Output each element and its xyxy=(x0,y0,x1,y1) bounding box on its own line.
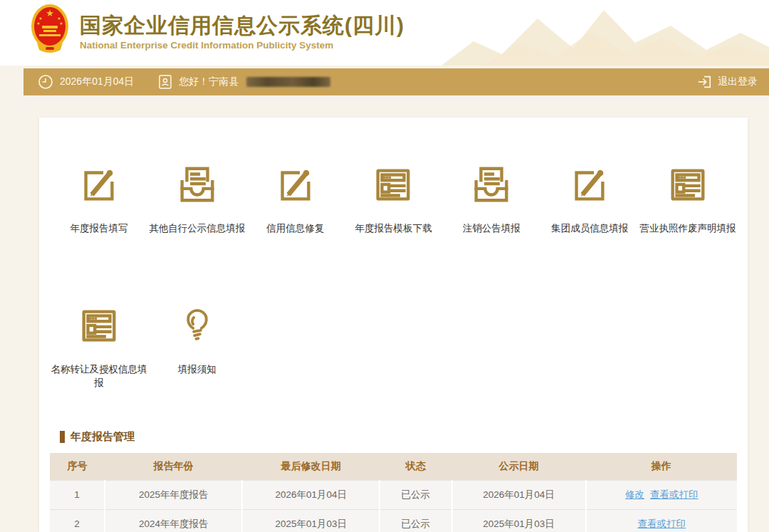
menu-item-label: 注销公告填报 xyxy=(463,221,520,235)
menu-item[interactable]: 名称转让及授权信息填报 xyxy=(50,303,148,390)
cell-modified: 2026年01月04日 xyxy=(242,480,380,509)
menu-item-label: 名称转让及授权信息填报 xyxy=(50,363,148,390)
table-row: 22024年年度报告2025年01月03日已公示2025年01月03日查看或打印 xyxy=(50,509,737,532)
webpage-icon xyxy=(666,162,710,207)
col-header: 操作 xyxy=(586,453,737,480)
cell-status: 已公示 xyxy=(380,480,451,509)
action-link[interactable]: 查看或打印 xyxy=(638,518,686,529)
cell-published: 2026年01月04日 xyxy=(452,480,586,509)
col-header: 公示日期 xyxy=(452,453,586,480)
menu-item[interactable]: 年度报告模板下载 xyxy=(345,162,443,235)
section-title-text: 年度报告管理 xyxy=(70,430,135,444)
cell-status: 已公示 xyxy=(380,509,451,532)
svg-text:★: ★ xyxy=(59,21,63,26)
cell-modified: 2025年01月03日 xyxy=(242,509,380,532)
menu-item-label: 年度报告填写 xyxy=(70,221,127,235)
menu-item[interactable]: 其他自行公示信息填报 xyxy=(148,162,246,235)
menu-item-label: 其他自行公示信息填报 xyxy=(149,221,245,235)
action-link[interactable]: 查看或打印 xyxy=(650,489,699,500)
user-greeting: 您好！宁南县 xyxy=(179,75,239,88)
svg-text:★: ★ xyxy=(36,21,40,26)
session-bar: 2026年01月04日 您好！宁南县 退出登录 xyxy=(23,68,769,95)
site-header: ★ ★ ★ ★ ★ 国家企业信用信息公示系统(四川) National Ente… xyxy=(0,0,769,66)
col-header: 状态 xyxy=(380,453,451,480)
menu-item[interactable]: 信用信息修复 xyxy=(246,162,345,235)
action-link[interactable]: 修改 xyxy=(625,489,644,500)
logout-label: 退出登录 xyxy=(718,75,758,88)
section-title-marker xyxy=(60,431,65,443)
bulb-icon xyxy=(175,303,219,348)
table-body: 12025年年度报告2026年01月04日已公示2026年01月04日修改查看或… xyxy=(50,480,737,532)
cell-actions: 查看或打印 xyxy=(586,509,737,532)
logout-icon xyxy=(696,74,712,90)
col-header: 序号 xyxy=(50,453,105,480)
site-subtitle: National Enterprise Credit Information P… xyxy=(80,40,404,51)
menu-item-label: 信用信息修复 xyxy=(266,221,324,235)
cell-no: 1 xyxy=(50,480,105,509)
menu-item[interactable]: 注销公告填报 xyxy=(442,162,540,235)
col-header: 报告年份 xyxy=(105,453,242,480)
table-row: 12025年年度报告2026年01月04日已公示2026年01月04日修改查看或… xyxy=(50,480,737,509)
menu-item[interactable]: 年度报告填写 xyxy=(50,162,148,235)
cell-published: 2025年01月03日 xyxy=(452,509,586,532)
webpage-icon xyxy=(77,303,121,348)
svg-text:★: ★ xyxy=(46,8,54,19)
svg-text:★: ★ xyxy=(38,16,42,21)
cell-year: 2025年年度报告 xyxy=(105,480,242,509)
annual-report-section: 年度报告管理 序号报告年份最后修改日期状态公示日期操作 12025年年度报告20… xyxy=(50,430,737,532)
inbox-icon xyxy=(469,162,513,207)
current-date: 2026年01月04日 xyxy=(60,75,134,88)
menu-item[interactable]: 集团成员信息填报 xyxy=(540,162,639,235)
redacted-company-name xyxy=(246,77,330,87)
menu-item[interactable]: 营业执照作废声明填报 xyxy=(639,162,737,235)
menu-item[interactable]: 填报须知 xyxy=(148,303,246,390)
edit-icon xyxy=(567,162,612,207)
edit-icon xyxy=(273,162,318,207)
national-emblem-logo: ★ ★ ★ ★ ★ xyxy=(30,3,70,60)
annual-report-table: 序号报告年份最后修改日期状态公示日期操作 12025年年度报告2026年01月0… xyxy=(50,453,737,532)
main-card: 年度报告填写其他自行公示信息填报信用信息修复年度报告模板下载注销公告填报集团成员… xyxy=(39,118,748,532)
menu-item-label: 营业执照作废声明填报 xyxy=(640,221,736,235)
site-title: 国家企业信用信息公示系统(四川) xyxy=(80,12,404,39)
mountain-watermark xyxy=(441,0,769,66)
webpage-icon xyxy=(371,162,415,207)
table-header-row: 序号报告年份最后修改日期状态公示日期操作 xyxy=(50,453,737,480)
col-header: 最后修改日期 xyxy=(242,453,380,480)
menu-item-label: 集团成员信息填报 xyxy=(551,221,628,235)
inbox-icon xyxy=(175,162,219,207)
edit-icon xyxy=(77,162,121,207)
menu-item-label: 年度报告模板下载 xyxy=(355,221,431,235)
menu-grid: 年度报告填写其他自行公示信息填报信用信息修复年度报告模板下载注销公告填报集团成员… xyxy=(50,118,737,390)
cell-year: 2024年年度报告 xyxy=(105,509,242,532)
cell-actions: 修改查看或打印 xyxy=(586,480,737,509)
clock-icon xyxy=(38,74,53,90)
svg-text:★: ★ xyxy=(57,16,61,21)
cell-no: 2 xyxy=(50,509,105,532)
user-badge-icon xyxy=(158,74,172,90)
section-title: 年度报告管理 xyxy=(60,430,737,444)
logout-button[interactable]: 退出登录 xyxy=(696,74,758,90)
menu-item-label: 填报须知 xyxy=(178,363,216,376)
